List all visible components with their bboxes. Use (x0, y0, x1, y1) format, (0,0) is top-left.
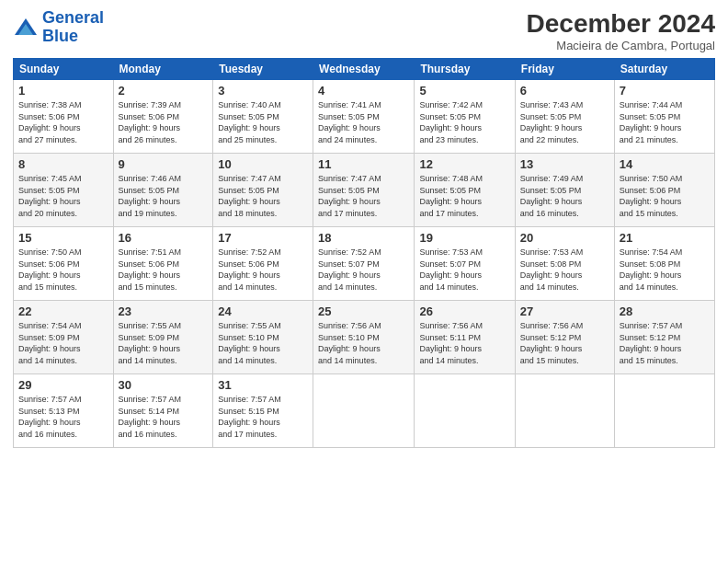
day-info: Sunrise: 7:44 AM Sunset: 5:05 PM Dayligh… (620, 99, 710, 145)
day-info: Sunrise: 7:52 AM Sunset: 5:06 PM Dayligh… (218, 247, 308, 293)
day-info: Sunrise: 7:39 AM Sunset: 5:06 PM Dayligh… (119, 99, 209, 145)
day-info: Sunrise: 7:50 AM Sunset: 5:06 PM Dayligh… (620, 173, 710, 219)
logo: General Blue (13, 9, 104, 46)
day-info: Sunrise: 7:41 AM Sunset: 5:05 PM Dayligh… (318, 99, 409, 145)
day-number: 9 (119, 157, 209, 171)
day-number: 31 (218, 378, 308, 392)
day-number: 28 (620, 304, 710, 318)
day-info: Sunrise: 7:54 AM Sunset: 5:08 PM Dayligh… (620, 247, 710, 293)
day-cell-7: 7Sunrise: 7:44 AM Sunset: 5:05 PM Daylig… (614, 80, 714, 154)
day-cell-15: 15Sunrise: 7:50 AM Sunset: 5:06 PM Dayli… (14, 227, 114, 301)
day-cell-20: 20Sunrise: 7:53 AM Sunset: 5:08 PM Dayli… (515, 227, 614, 301)
day-cell-25: 25Sunrise: 7:56 AM Sunset: 5:10 PM Dayli… (313, 301, 415, 374)
day-number: 24 (218, 304, 308, 318)
day-number: 10 (218, 157, 308, 171)
day-cell-18: 18Sunrise: 7:52 AM Sunset: 5:07 PM Dayli… (313, 227, 415, 301)
day-info: Sunrise: 7:43 AM Sunset: 5:05 PM Dayligh… (520, 99, 609, 145)
day-number: 27 (520, 304, 609, 318)
day-info: Sunrise: 7:51 AM Sunset: 5:06 PM Dayligh… (119, 247, 209, 293)
day-cell-27: 27Sunrise: 7:56 AM Sunset: 5:12 PM Dayli… (515, 301, 614, 374)
day-info: Sunrise: 7:50 AM Sunset: 5:06 PM Dayligh… (18, 247, 108, 293)
day-number: 17 (218, 231, 308, 245)
location: Macieira de Cambra, Portugal (527, 39, 715, 52)
empty-cell (313, 374, 415, 448)
day-cell-26: 26Sunrise: 7:56 AM Sunset: 5:11 PM Dayli… (415, 301, 515, 374)
day-cell-24: 24Sunrise: 7:55 AM Sunset: 5:10 PM Dayli… (213, 301, 313, 374)
month-title: December 2024 (527, 9, 715, 39)
day-info: Sunrise: 7:45 AM Sunset: 5:05 PM Dayligh… (18, 173, 108, 219)
day-cell-19: 19Sunrise: 7:53 AM Sunset: 5:07 PM Dayli… (415, 227, 515, 301)
day-cell-5: 5Sunrise: 7:42 AM Sunset: 5:05 PM Daylig… (415, 80, 515, 154)
day-number: 8 (18, 157, 108, 171)
weekday-header-friday: Friday (515, 59, 614, 80)
day-info: Sunrise: 7:57 AM Sunset: 5:13 PM Dayligh… (18, 394, 108, 440)
day-cell-9: 9Sunrise: 7:46 AM Sunset: 5:05 PM Daylig… (113, 154, 213, 227)
day-info: Sunrise: 7:55 AM Sunset: 5:10 PM Dayligh… (218, 320, 308, 366)
day-info: Sunrise: 7:57 AM Sunset: 5:15 PM Dayligh… (218, 394, 308, 440)
day-info: Sunrise: 7:56 AM Sunset: 5:10 PM Dayligh… (318, 320, 409, 366)
day-number: 30 (119, 378, 209, 392)
weekday-header-sunday: Sunday (14, 59, 114, 80)
day-cell-22: 22Sunrise: 7:54 AM Sunset: 5:09 PM Dayli… (14, 301, 114, 374)
week-row-3: 15Sunrise: 7:50 AM Sunset: 5:06 PM Dayli… (14, 227, 715, 301)
empty-cell (415, 374, 515, 448)
day-number: 4 (318, 84, 409, 98)
day-cell-16: 16Sunrise: 7:51 AM Sunset: 5:06 PM Dayli… (113, 227, 213, 301)
calendar-body: 1Sunrise: 7:38 AM Sunset: 5:06 PM Daylig… (14, 80, 715, 448)
week-row-5: 29Sunrise: 7:57 AM Sunset: 5:13 PM Dayli… (14, 374, 715, 448)
day-number: 7 (620, 84, 710, 98)
day-cell-2: 2Sunrise: 7:39 AM Sunset: 5:06 PM Daylig… (113, 80, 213, 154)
day-number: 12 (419, 157, 509, 171)
week-row-1: 1Sunrise: 7:38 AM Sunset: 5:06 PM Daylig… (14, 80, 715, 154)
day-cell-21: 21Sunrise: 7:54 AM Sunset: 5:08 PM Dayli… (614, 227, 714, 301)
day-number: 20 (520, 231, 609, 245)
day-number: 29 (18, 378, 108, 392)
day-number: 6 (520, 84, 609, 98)
week-row-2: 8Sunrise: 7:45 AM Sunset: 5:05 PM Daylig… (14, 154, 715, 227)
day-info: Sunrise: 7:56 AM Sunset: 5:11 PM Dayligh… (419, 320, 509, 366)
day-number: 18 (318, 231, 409, 245)
header: General Blue December 2024 Macieira de C… (13, 9, 715, 52)
weekday-header-tuesday: Tuesday (213, 59, 313, 80)
day-cell-11: 11Sunrise: 7:47 AM Sunset: 5:05 PM Dayli… (313, 154, 415, 227)
day-number: 23 (119, 304, 209, 318)
day-number: 5 (419, 84, 509, 98)
day-number: 22 (18, 304, 108, 318)
weekday-header-wednesday: Wednesday (313, 59, 415, 80)
weekday-header-thursday: Thursday (415, 59, 515, 80)
day-cell-13: 13Sunrise: 7:49 AM Sunset: 5:05 PM Dayli… (515, 154, 614, 227)
title-block: December 2024 Macieira de Cambra, Portug… (527, 9, 715, 52)
day-info: Sunrise: 7:52 AM Sunset: 5:07 PM Dayligh… (318, 247, 409, 293)
day-cell-28: 28Sunrise: 7:57 AM Sunset: 5:12 PM Dayli… (614, 301, 714, 374)
calendar-container: General Blue December 2024 Macieira de C… (0, 0, 728, 563)
day-cell-14: 14Sunrise: 7:50 AM Sunset: 5:06 PM Dayli… (614, 154, 714, 227)
day-number: 3 (218, 84, 308, 98)
day-cell-31: 31Sunrise: 7:57 AM Sunset: 5:15 PM Dayli… (213, 374, 313, 448)
day-number: 25 (318, 304, 409, 318)
calendar-table: SundayMondayTuesdayWednesdayThursdayFrid… (13, 58, 715, 448)
day-number: 21 (620, 231, 710, 245)
day-cell-1: 1Sunrise: 7:38 AM Sunset: 5:06 PM Daylig… (14, 80, 114, 154)
day-cell-4: 4Sunrise: 7:41 AM Sunset: 5:05 PM Daylig… (313, 80, 415, 154)
day-cell-10: 10Sunrise: 7:47 AM Sunset: 5:05 PM Dayli… (213, 154, 313, 227)
day-number: 1 (18, 84, 108, 98)
day-cell-3: 3Sunrise: 7:40 AM Sunset: 5:05 PM Daylig… (213, 80, 313, 154)
day-cell-12: 12Sunrise: 7:48 AM Sunset: 5:05 PM Dayli… (415, 154, 515, 227)
day-info: Sunrise: 7:53 AM Sunset: 5:08 PM Dayligh… (520, 247, 609, 293)
day-number: 11 (318, 157, 409, 171)
day-number: 26 (419, 304, 509, 318)
day-info: Sunrise: 7:57 AM Sunset: 5:14 PM Dayligh… (119, 394, 209, 440)
day-cell-29: 29Sunrise: 7:57 AM Sunset: 5:13 PM Dayli… (14, 374, 114, 448)
day-info: Sunrise: 7:53 AM Sunset: 5:07 PM Dayligh… (419, 247, 509, 293)
empty-cell (614, 374, 714, 448)
day-number: 13 (520, 157, 609, 171)
weekday-header-monday: Monday (113, 59, 213, 80)
day-number: 14 (620, 157, 710, 171)
empty-cell (515, 374, 614, 448)
day-cell-23: 23Sunrise: 7:55 AM Sunset: 5:09 PM Dayli… (113, 301, 213, 374)
day-number: 19 (419, 231, 509, 245)
day-info: Sunrise: 7:46 AM Sunset: 5:05 PM Dayligh… (119, 173, 209, 219)
day-number: 16 (119, 231, 209, 245)
day-info: Sunrise: 7:57 AM Sunset: 5:12 PM Dayligh… (620, 320, 710, 366)
day-info: Sunrise: 7:47 AM Sunset: 5:05 PM Dayligh… (318, 173, 409, 219)
